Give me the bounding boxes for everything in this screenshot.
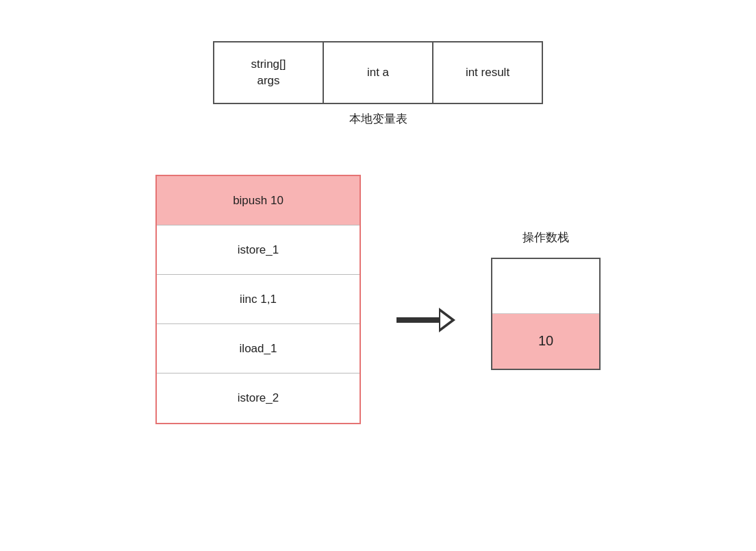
stack-label: 操作数栈 xyxy=(522,230,569,245)
local-var-cell-a: int a xyxy=(323,42,433,103)
stack-section: 操作数栈 10 xyxy=(491,230,601,370)
stack-cell-empty xyxy=(492,259,599,314)
arrow-icon xyxy=(395,306,457,334)
local-var-cell-args: string[]args xyxy=(214,42,323,103)
arrow-container xyxy=(395,306,457,334)
local-var-cell-result: int result xyxy=(433,42,542,103)
bytecode-row-istore2: istore_2 xyxy=(157,374,360,423)
bytecode-row-iload: iload_1 xyxy=(157,324,360,374)
local-var-label: 本地变量表 xyxy=(349,111,407,127)
stack-cell-filled: 10 xyxy=(492,314,599,369)
bytecode-table: bipush 10 istore_1 iinc 1,1 iload_1 isto… xyxy=(155,175,361,424)
local-var-section: string[]args int a int result 本地变量表 xyxy=(213,41,543,127)
bytecode-row-iinc: iinc 1,1 xyxy=(157,275,360,324)
bytecode-row-istore: istore_1 xyxy=(157,225,360,275)
stack-box: 10 xyxy=(491,258,601,370)
bytecode-row-bipush: bipush 10 xyxy=(157,176,360,225)
page-container: string[]args int a int result 本地变量表 bipu… xyxy=(0,0,756,551)
local-var-table: string[]args int a int result xyxy=(213,41,543,104)
bottom-section: bipush 10 istore_1 iinc 1,1 iload_1 isto… xyxy=(155,175,601,424)
svg-rect-0 xyxy=(396,317,439,323)
